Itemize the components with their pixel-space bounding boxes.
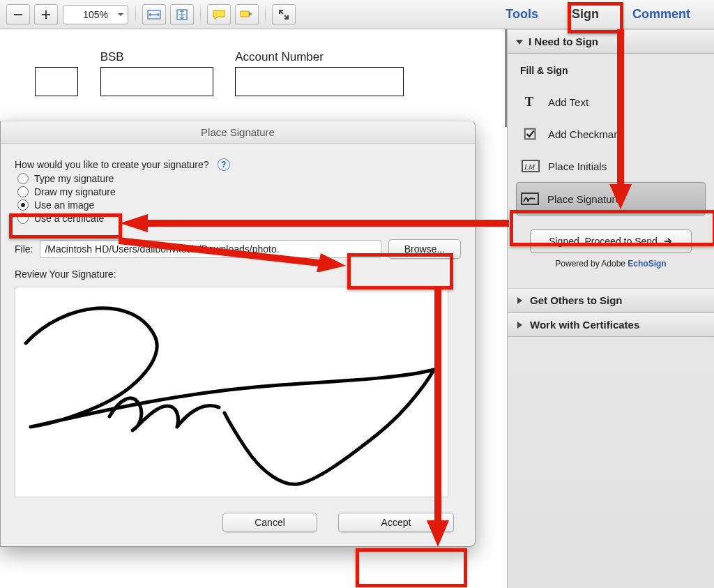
place-signature-dialog: Place Signature How would you like to cr… [0, 121, 476, 547]
expand-arrows-icon [278, 9, 289, 20]
arrow-right-icon [663, 236, 673, 246]
chevron-right-icon [517, 297, 526, 304]
speech-bubble-icon [212, 9, 226, 20]
signature-icon [521, 191, 539, 206]
place-initials-item[interactable]: LM Place Initials [517, 150, 704, 182]
item-label: Place Initials [548, 160, 607, 172]
minus-icon [13, 9, 24, 20]
accept-button[interactable]: Accept [338, 513, 454, 532]
field-label: Account Number [235, 50, 404, 64]
svg-text:LM: LM [524, 163, 536, 171]
top-tab-bar: Tools Sign Comment [497, 3, 710, 26]
work-with-certificates-header[interactable]: Work with Certificates [508, 312, 714, 337]
file-path-field[interactable]: /Macintosh HD/Users/daliborivkovic/Downl… [40, 240, 381, 258]
browse-button[interactable]: Browse... [388, 239, 461, 259]
section-title: Work with Certificates [530, 319, 639, 331]
svg-rect-5 [241, 11, 249, 17]
file-label: File: [15, 243, 33, 255]
button-label: Signed. Proceed to Send [549, 236, 658, 247]
radio-icon [17, 186, 29, 197]
zoom-out-button[interactable] [6, 4, 30, 25]
fit-page-button[interactable] [170, 4, 194, 25]
section-title: I Need to Sign [529, 36, 598, 47]
dialog-prompt: How would you like to create your signat… [15, 158, 461, 171]
item-label: Add Text [548, 96, 588, 108]
toolbar-separator [135, 5, 136, 24]
option-type-signature[interactable]: Type my signature [17, 173, 461, 184]
sign-panel: I Need to Sign Fill & Sign T Add Text Ad… [507, 29, 714, 588]
radio-checked-icon [17, 199, 29, 211]
echosign-link[interactable]: EchoSign [628, 259, 666, 269]
add-text-item[interactable]: T Add Text [517, 86, 704, 118]
section-title: Get Others to Sign [530, 294, 623, 306]
chevron-right-icon [517, 322, 526, 329]
tools-tab[interactable]: Tools [497, 3, 547, 26]
help-icon[interactable]: ? [218, 158, 230, 171]
plus-icon [40, 9, 52, 20]
text-t-icon: T [522, 94, 540, 110]
comment-tab[interactable]: Comment [624, 3, 699, 26]
signature-preview [15, 287, 448, 497]
option-use-image[interactable]: Use an image [17, 199, 461, 211]
fit-page-icon [176, 9, 188, 20]
item-label: Place Signature [547, 193, 621, 205]
toolbar-separator [265, 5, 266, 24]
svg-text:T: T [525, 95, 533, 109]
powered-by-text: Powered by Adobe EchoSign [517, 259, 704, 269]
comment-bubble-button[interactable] [207, 4, 231, 25]
account-field-box[interactable] [235, 67, 404, 96]
fill-sign-subhead: Fill & Sign [520, 65, 701, 76]
checkbox-icon [522, 126, 540, 142]
highlight-button[interactable] [235, 4, 259, 25]
radio-icon [17, 173, 29, 184]
highlighter-icon [240, 9, 254, 20]
initials-icon: LM [522, 158, 540, 174]
option-label: Use an image [34, 199, 94, 211]
fullscreen-button[interactable] [272, 4, 296, 25]
option-use-certificate[interactable]: Use a certificate [17, 213, 461, 224]
dialog-title: Place Signature [1, 121, 475, 144]
review-label: Review Your Signature: [15, 269, 461, 280]
main-toolbar: 105% Tools Sign Comment [0, 0, 714, 29]
add-checkmark-item[interactable]: Add Checkmark [517, 118, 704, 150]
signature-image [15, 287, 448, 497]
bsb-field-box[interactable] [100, 67, 213, 96]
field-label: BSB [100, 50, 213, 64]
svg-rect-0 [14, 14, 22, 15]
svg-rect-7 [525, 129, 536, 140]
option-label: Use a certificate [34, 213, 104, 224]
form-cell-blank [35, 50, 78, 96]
sign-tab[interactable]: Sign [563, 3, 607, 26]
place-signature-item[interactable]: Place Signature [516, 182, 706, 216]
proceed-to-send-button[interactable]: Signed. Proceed to Send [530, 229, 692, 253]
zoom-level-field[interactable]: 105% [63, 5, 128, 24]
fit-width-icon [147, 10, 161, 20]
toolbar-separator [200, 5, 201, 24]
fit-width-button[interactable] [142, 4, 166, 25]
cancel-button[interactable]: Cancel [222, 513, 317, 532]
option-label: Type my signature [34, 173, 114, 184]
zoom-in-button[interactable] [34, 4, 58, 25]
get-others-header[interactable]: Get Others to Sign [508, 288, 714, 312]
option-draw-signature[interactable]: Draw my signature [17, 186, 461, 197]
form-cell-bsb: BSB [100, 50, 213, 96]
chevron-down-icon [516, 40, 523, 48]
need-to-sign-header[interactable]: I Need to Sign [508, 29, 714, 54]
form-region: BSB Account Number [0, 29, 507, 127]
fill-sign-body: Fill & Sign T Add Text Add Checkmark LM … [508, 54, 714, 288]
option-label: Draw my signature [34, 186, 116, 197]
item-label: Add Checkmark [548, 128, 623, 140]
svg-rect-2 [45, 10, 47, 19]
radio-icon [17, 213, 29, 224]
form-cell-account: Account Number [235, 50, 404, 96]
